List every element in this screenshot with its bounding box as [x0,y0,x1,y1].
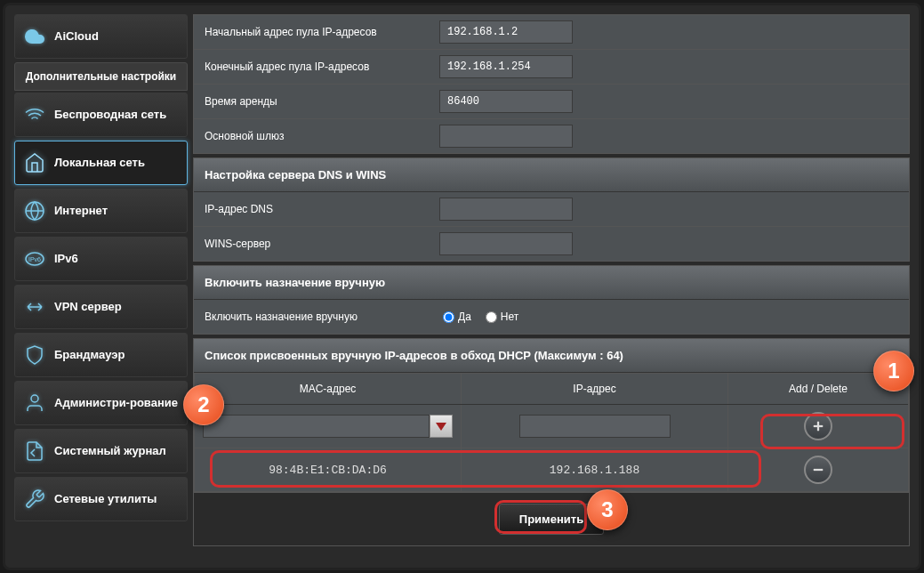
globe-icon [22,198,47,223]
manual-no-option[interactable]: Нет [486,311,518,323]
ipv6-icon: IPv6 [22,246,47,271]
sidebar-item-firewall[interactable]: Брандмауэр [14,333,188,377]
ip-cell: 192.168.1.188 [462,448,728,491]
manual-section-header: Включить назначение вручную [194,266,909,300]
add-button[interactable] [804,412,832,440]
wins-input[interactable] [439,232,573,255]
pool-end-input[interactable] [439,55,573,78]
lease-label: Время аренды [194,86,434,117]
sidebar: AiCloud Дополнительные настройки Беспров… [14,14,188,559]
sidebar-section-header: Дополнительные настройки [14,62,188,91]
gateway-input[interactable] [439,125,573,148]
log-icon [22,439,47,464]
pool-start-label: Начальный адрес пула IP-адресов [194,17,434,47]
list-section-header: Список присвоенных вручную IP-адресов в … [194,339,909,373]
sidebar-label: Сетевые утилиты [54,492,157,506]
sidebar-item-wireless[interactable]: Беспроводная сеть [14,93,188,137]
sidebar-label: VPN сервер [54,300,122,314]
dhcp-table: MAC-адрес IP-адрес Add / Delete 98:4B:E1… [194,373,909,493]
sidebar-item-internet[interactable]: Интернет [14,189,188,233]
yes-label: Да [458,311,471,323]
cloud-icon [22,24,47,49]
ip-input[interactable] [519,415,671,438]
sidebar-label: Беспроводная сеть [54,108,166,122]
no-label: Нет [501,311,518,323]
manual-no-radio[interactable] [486,311,497,323]
sidebar-item-lan[interactable]: Локальная сеть [14,141,188,185]
sidebar-item-admin[interactable]: Администри-рование [14,381,188,425]
pool-end-label: Конечный адрес пула IP-адресов [194,52,434,82]
home-icon [22,150,47,175]
main-content: Начальный адрес пула IP-адресов Конечный… [193,14,910,559]
dns-section-header: Настройка сервера DNS и WINS [194,158,909,192]
vpn-icon [22,295,47,319]
sidebar-item-vpn[interactable]: VPN сервер [14,285,188,329]
sidebar-item-syslog[interactable]: Системный журнал [14,429,188,473]
sidebar-label: Администри-рование [54,396,178,410]
manual-yes-option[interactable]: Да [443,311,471,323]
mac-dropdown-button[interactable] [430,415,453,438]
sidebar-label: Интернет [54,204,108,218]
manual-label: Включить назначение вручную [194,302,434,332]
lease-input[interactable] [439,90,573,113]
col-mac-header: MAC-адрес [195,374,462,404]
user-icon [22,391,47,416]
sidebar-label: Брандмауэр [54,348,125,362]
shield-icon [22,343,47,367]
wins-label: WINS-сервер [194,229,434,259]
pool-start-input[interactable] [439,20,573,44]
callout-3: 3 [587,489,628,530]
sidebar-label: Локальная сеть [54,156,145,170]
sidebar-label: AiCloud [54,29,99,44]
dns-label: IP-адрес DNS [194,194,434,224]
delete-button[interactable] [804,456,832,484]
table-row: 98:4B:E1:CB:DA:D6 192.168.1.188 [195,448,908,492]
svg-point-4 [31,395,38,402]
sidebar-item-ipv6[interactable]: IPv6 IPv6 [14,237,188,281]
svg-text:IPv6: IPv6 [28,256,41,262]
manual-yes-radio[interactable] [443,311,454,323]
dns-input[interactable] [439,198,573,221]
wifi-icon [22,102,47,127]
mac-input[interactable] [203,415,430,438]
table-input-row [195,405,908,448]
callout-1: 1 [873,351,914,391]
col-ip-header: IP-адрес [462,374,728,404]
sidebar-item-nettools[interactable]: Сетевые утилиты [14,477,188,521]
mac-cell: 98:4B:E1:CB:DA:D6 [195,448,462,491]
callout-2: 2 [183,384,224,425]
tools-icon [22,487,47,512]
sidebar-label: Системный журнал [54,444,166,458]
gateway-label: Основной шлюз [194,121,434,151]
sidebar-item-aicloud[interactable]: AiCloud [14,14,188,59]
sidebar-label: IPv6 [54,252,78,266]
